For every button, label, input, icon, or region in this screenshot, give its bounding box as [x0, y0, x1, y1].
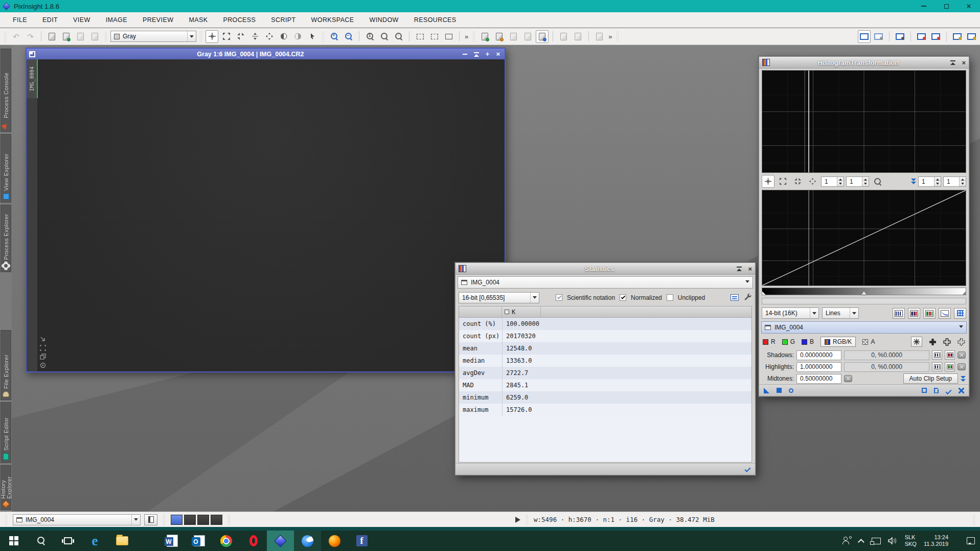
menu-workspace[interactable]: WORKSPACE: [304, 12, 362, 28]
fit-view-tool-button[interactable]: [248, 30, 261, 43]
maximize-button[interactable]: [935, 0, 958, 12]
workspace-2-button[interactable]: [872, 30, 885, 43]
edit-preview-button[interactable]: [428, 30, 441, 43]
track-view-button[interactable]: [911, 337, 922, 347]
quad-cross-icon[interactable]: [929, 338, 937, 346]
shadows-clip-low-button[interactable]: [932, 350, 942, 360]
reset-icon[interactable]: [959, 388, 964, 393]
statistics-range-combo[interactable]: 16-bit [0,65535]: [459, 292, 539, 303]
magnifier-icon[interactable]: [871, 175, 884, 188]
apply-check-icon[interactable]: [744, 466, 750, 472]
apply-icon[interactable]: [777, 388, 782, 393]
view-mode-button[interactable]: [144, 514, 157, 525]
more-options-chevrons-icon[interactable]: [961, 376, 966, 382]
active-view-combo[interactable]: IMG_0004: [13, 514, 141, 525]
text-view-icon[interactable]: [731, 294, 739, 301]
zoom-contract-tool-button[interactable]: [234, 30, 247, 43]
taskbar-opera[interactable]: [240, 531, 267, 551]
hist-navigate-button[interactable]: [806, 175, 819, 188]
spin-up-icon[interactable]: [862, 177, 869, 182]
taskbar-file-explorer[interactable]: [108, 531, 135, 551]
toolbar-overflow-button[interactable]: »: [464, 33, 469, 40]
shadows-reset-icon[interactable]: [958, 351, 966, 359]
process-history-button[interactable]: [521, 30, 534, 43]
taskbar-thunderbird[interactable]: [294, 531, 321, 551]
frame-icon[interactable]: [40, 345, 46, 351]
table-row[interactable]: maximum15726.0: [459, 404, 751, 416]
midtones-handle[interactable]: [861, 289, 867, 295]
highlights-reset-icon[interactable]: [958, 363, 966, 370]
midtones-gradient-slider[interactable]: [762, 288, 966, 295]
clock[interactable]: 13:24 11.3.2019: [924, 534, 948, 547]
spin-up-icon[interactable]: [837, 177, 844, 182]
menu-script[interactable]: SCRIPT: [263, 12, 303, 28]
toolbar-grip[interactable]: [616, 31, 619, 41]
expand-section-chevrons-icon[interactable]: [911, 179, 916, 184]
undo-button[interactable]: ↶: [10, 30, 22, 43]
sidebar-item-process-console[interactable]: Process Console: [1, 49, 11, 132]
toolbar-grip[interactable]: [472, 31, 475, 41]
taskbar-outlook[interactable]: [186, 531, 213, 551]
show-rgb-histograms-button[interactable]: [908, 308, 920, 319]
action-center-icon[interactable]: [967, 537, 975, 544]
zoom-1-1-button[interactable]: 1: [363, 30, 376, 43]
taskbar-firefox[interactable]: [321, 531, 348, 551]
sidebar-item-process-explorer[interactable]: Process Explorer: [1, 205, 11, 272]
workspace-1-button[interactable]: [858, 30, 871, 43]
histogram-close-icon[interactable]: ×: [962, 59, 966, 66]
taskbar-chrome[interactable]: [213, 531, 240, 551]
spin-down-icon[interactable]: [935, 182, 941, 186]
menu-window[interactable]: WINDOW: [362, 12, 406, 28]
resolution-combo[interactable]: 14-bit (16K): [762, 307, 819, 319]
statusbar-grip[interactable]: [526, 515, 529, 525]
taskbar-edge[interactable]: e: [81, 531, 108, 551]
real-time-preview-icon[interactable]: [789, 388, 793, 393]
plot-style-combo[interactable]: Lines: [822, 307, 859, 319]
toolbar-grip[interactable]: [199, 31, 202, 41]
sidebar-item-file-explorer[interactable]: File Explorer: [1, 330, 11, 400]
process-new-button[interactable]: [478, 30, 491, 43]
table-row[interactable]: mean12548.0: [459, 342, 751, 355]
highlights-clip-low-button[interactable]: [932, 362, 942, 371]
taskbar-pixinsight-active[interactable]: [267, 531, 294, 551]
image-canvas[interactable]: [38, 59, 505, 371]
statistics-view-selector[interactable]: IMG_0004: [458, 276, 753, 289]
workspace-tile-button[interactable]: [894, 30, 906, 43]
highlights-handle[interactable]: [962, 291, 966, 295]
midtones-input[interactable]: 0.50000000: [796, 374, 841, 384]
scientific-notation-checkbox[interactable]: [556, 294, 562, 301]
channel-r-button[interactable]: R: [763, 338, 776, 345]
table-row[interactable]: MAD2845.1: [459, 379, 751, 391]
readout-tool-button[interactable]: [291, 30, 304, 43]
shadows-clip-high-button[interactable]: [945, 350, 955, 360]
hist-zoom-out-mode-button[interactable]: [791, 175, 804, 188]
quad-cross-outline-icon[interactable]: [943, 338, 951, 346]
statusbar-grip[interactable]: [227, 515, 231, 525]
channel-g-button[interactable]: G: [782, 338, 795, 345]
hist-zoom-y2-spinner[interactable]: 1: [943, 177, 966, 187]
swatch[interactable]: [211, 515, 222, 525]
grid-toggle-button[interactable]: [954, 308, 966, 319]
table-row[interactable]: count (%)100.00000: [459, 318, 751, 330]
spin-up-icon[interactable]: [960, 177, 966, 182]
documentation-icon[interactable]: [934, 388, 939, 393]
resize-arrow-icon[interactable]: [40, 336, 46, 342]
statusbar-grip[interactable]: [5, 515, 8, 525]
statusbar-grip[interactable]: [163, 515, 166, 525]
track-check-icon[interactable]: [945, 388, 951, 394]
navigate-tool-button[interactable]: [263, 30, 276, 43]
spin-up-icon[interactable]: [935, 177, 941, 182]
show-output-histogram-button[interactable]: [923, 308, 936, 319]
histogram-plot-bottom[interactable]: [762, 190, 966, 286]
shadows-handle[interactable]: [762, 291, 766, 295]
process-edit-button[interactable]: [493, 30, 506, 43]
toolbar-overflow-button-2[interactable]: »: [607, 33, 613, 40]
pointer-tool-button[interactable]: [306, 30, 318, 43]
histogram-view-selector[interactable]: IMG_0004: [761, 321, 967, 334]
open-image-button[interactable]: [60, 30, 73, 43]
delete-preview-button[interactable]: [442, 30, 455, 43]
spin-down-icon[interactable]: [837, 182, 844, 186]
table-row[interactable]: minimum6259.0: [459, 391, 751, 404]
zoom-optimal-button[interactable]: ·: [392, 30, 405, 43]
screen-stf-tool-button[interactable]: [277, 30, 290, 43]
